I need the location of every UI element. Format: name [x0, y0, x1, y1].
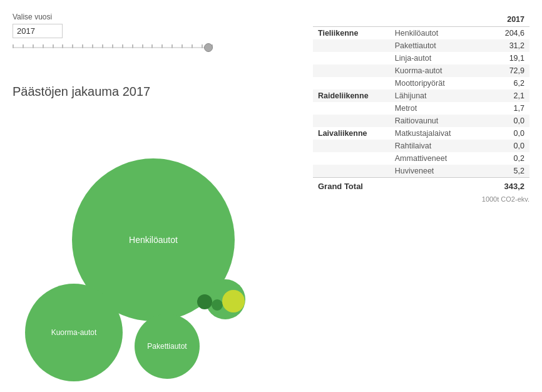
table-row: Pakettiautot31,2: [313, 39, 529, 52]
category-cell: Tieliikenne: [313, 27, 390, 40]
year-column-header: 2017: [481, 13, 529, 27]
value-cell: 0,0: [481, 140, 529, 152]
subcategory-cell: Kuorma-autot: [390, 64, 481, 77]
value-cell: 6,2: [481, 77, 529, 90]
grand-total-value: 343,2: [481, 178, 529, 193]
bubble-dark1: [197, 294, 212, 309]
year-selector: Valise vuosi 2017: [13, 13, 300, 53]
grand-total-label: Grand Total: [313, 178, 481, 193]
value-cell: 0,0: [481, 115, 529, 127]
bubble-chart: Henkilöautot Kuorma-autot Pakettiautot: [13, 111, 288, 379]
subcategory-cell: Moottoripyörät: [390, 77, 481, 90]
subcategory-cell: Pakettiautot: [390, 39, 481, 52]
table-row: Raitiovaunut0,0: [313, 115, 529, 127]
subcategory-cell: Ammattiveneet: [390, 152, 481, 165]
slider-ticks: [13, 44, 213, 48]
subcategory-cell: Linja-autot: [390, 52, 481, 64]
grand-total-row: Grand Total343,2: [313, 178, 529, 193]
slider-thumb[interactable]: [204, 43, 213, 52]
table-row: Metrot1,7: [313, 102, 529, 115]
subcategory-cell: Lähijunat: [390, 90, 481, 102]
emissions-table: 2017 TieliikenneHenkilöautot204,6Paketti…: [313, 13, 529, 193]
value-cell: 5,2: [481, 165, 529, 178]
value-cell: 19,1: [481, 52, 529, 64]
year-slider[interactable]: [13, 42, 213, 53]
value-cell: 0,2: [481, 152, 529, 165]
year-label: Valise vuosi: [13, 13, 300, 21]
bubble-pakettiautot: Pakettiautot: [135, 314, 200, 379]
year-value-display: 2017: [13, 24, 63, 38]
category-cell: [313, 165, 390, 178]
data-table-panel: 2017 TieliikenneHenkilöautot204,6Paketti…: [300, 13, 529, 379]
value-cell: 72,9: [481, 64, 529, 77]
subcategory-cell: Rahtilaivat: [390, 140, 481, 152]
category-cell: [313, 52, 390, 64]
category-cell: [313, 140, 390, 152]
category-cell: [313, 39, 390, 52]
subcategory-cell: Raitiovaunut: [390, 115, 481, 127]
table-row: Kuorma-autot72,9: [313, 64, 529, 77]
value-cell: 2,1: [481, 90, 529, 102]
subcategory-cell: Henkilöautot: [390, 27, 481, 40]
table-row: RaideliikenneLähijunat2,1: [313, 90, 529, 102]
value-cell: 204,6: [481, 27, 529, 40]
bubble-dark2: [212, 299, 223, 311]
category-cell: Laivaliikenne: [313, 127, 390, 140]
table-row: Huviveneet5,2: [313, 165, 529, 178]
chart-title: Päästöjen jakauma 2017: [13, 85, 300, 99]
value-cell: 1,7: [481, 102, 529, 115]
category-cell: [313, 115, 390, 127]
table-row: Linja-autot19,1: [313, 52, 529, 64]
category-cell: [313, 77, 390, 90]
unit-note: 1000t CO2-ekv.: [313, 195, 529, 203]
category-cell: Raideliikenne: [313, 90, 390, 102]
subcategory-cell: Huviveneet: [390, 165, 481, 178]
table-row: Ammattiveneet0,2: [313, 152, 529, 165]
subcategory-cell: Metrot: [390, 102, 481, 115]
category-cell: [313, 102, 390, 115]
table-row: Moottoripyörät6,2: [313, 77, 529, 90]
table-row: Rahtilaivat0,0: [313, 140, 529, 152]
bubble-yellowgreen: [222, 290, 245, 312]
category-cell: [313, 64, 390, 77]
table-row: TieliikenneHenkilöautot204,6: [313, 27, 529, 40]
bubble-kuorma-autot: Kuorma-autot: [25, 284, 123, 381]
category-cell: [313, 152, 390, 165]
value-cell: 0,0: [481, 127, 529, 140]
value-cell: 31,2: [481, 39, 529, 52]
subcategory-cell: Matkustajalaivat: [390, 127, 481, 140]
table-row: LaivaliikenneMatkustajalaivat0,0: [313, 127, 529, 140]
